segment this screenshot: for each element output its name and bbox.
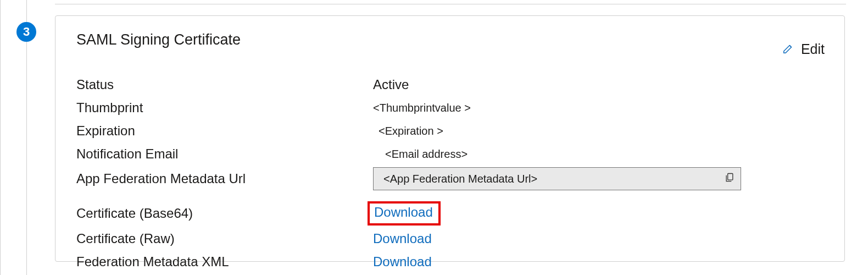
status-label: Status (76, 75, 373, 95)
cert-base64-download-link[interactable]: Download (368, 201, 441, 226)
expiration-label: Expiration (76, 121, 373, 141)
notification-email-value: <Email address> (373, 144, 825, 164)
cert-raw-download-link[interactable]: Download (373, 229, 432, 249)
fed-xml-download-link[interactable]: Download (373, 252, 432, 272)
pencil-icon (782, 42, 794, 57)
thumbprint-value: <Thumbprintvalue > (373, 98, 825, 118)
svg-rect-0 (728, 173, 733, 180)
notification-email-label: Notification Email (76, 144, 373, 164)
card-header: SAML Signing Certificate Edit (76, 31, 825, 57)
thumbprint-label: Thumbprint (76, 98, 373, 118)
metadata-url-value: <App Federation Metadata Url> (383, 173, 537, 185)
copy-icon[interactable] (724, 172, 735, 186)
status-value: Active (373, 75, 825, 95)
card-title: SAML Signing Certificate (76, 31, 241, 48)
expiration-value: <Expiration > (373, 121, 825, 141)
saml-certificate-card: SAML Signing Certificate Edit Status Act… (55, 15, 845, 262)
metadata-url-label: App Federation Metadata Url (76, 169, 373, 189)
prev-card-border (55, 0, 846, 4)
edit-button[interactable]: Edit (782, 41, 825, 57)
cert-raw-label: Certificate (Raw) (76, 229, 373, 249)
step-number: 3 (23, 25, 30, 39)
edit-label: Edit (801, 41, 825, 57)
spacer (76, 194, 825, 198)
fed-xml-label: Federation Metadata XML (76, 252, 373, 272)
step-badge: 3 (16, 22, 36, 42)
properties-grid: Status Active Thumbprint <Thumbprintvalu… (76, 75, 825, 272)
left-rule (0, 0, 1, 275)
cert-base64-label: Certificate (Base64) (76, 204, 373, 223)
metadata-url-field[interactable]: <App Federation Metadata Url> (373, 167, 741, 190)
